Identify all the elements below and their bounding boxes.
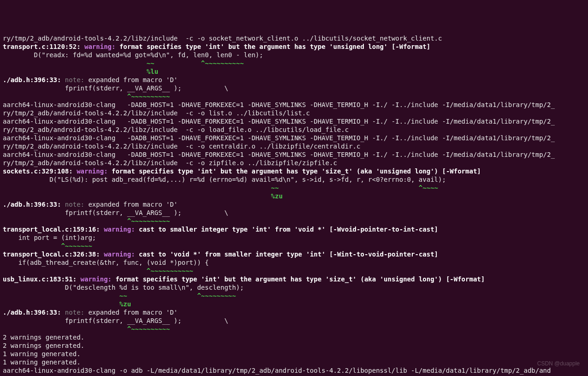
terminal-line: %zu — [3, 192, 585, 200]
terminal-line: ^~~~~~~~~~~ — [3, 217, 585, 225]
terminal-text: aarch64-linux-android30-clang -DADB_HOST… — [3, 101, 555, 108]
terminal-text: warning: — [77, 167, 112, 175]
terminal-line: ry/tmp/2_adb/android-tools-4.2.2/libz/in… — [3, 125, 585, 134]
terminal-text: note: — [65, 76, 89, 84]
terminal-text: ~~ ^~~~~~~~~~ — [3, 292, 236, 299]
terminal-line: transport_local.c:159:16: warning: cast … — [3, 225, 585, 233]
terminal-line: if(adb_thread_create(&thr, func, (void *… — [3, 258, 585, 267]
terminal-text: ^~~~~~~~~~~ — [3, 217, 170, 225]
terminal-text: if(adb_thread_create(&thr, func, (void *… — [3, 259, 209, 266]
terminal-line: aarch64-linux-android30-clang -o adb -L/… — [3, 366, 585, 375]
terminal-line: aarch64-linux-android30-clang -DADB_HOST… — [3, 150, 585, 159]
terminal-line: ry/tmp/2_adb/android-tools-4.2.2/libz/in… — [3, 142, 585, 150]
terminal-text: transport_local.c:326:38: — [3, 251, 104, 258]
terminal-line: 2 warnings generated. — [3, 333, 585, 341]
terminal-line: usb_linux.c:183:51: warning: format spec… — [3, 275, 585, 283]
terminal-line: ^~~~~~~~~~~~ — [3, 267, 585, 275]
terminal-text: expanded from macro 'D' — [88, 76, 178, 84]
terminal-text: format specifies type 'int' but the argu… — [119, 43, 430, 50]
terminal-line: fprintf(stderr, __VA_ARGS__ ); \ — [3, 84, 585, 92]
terminal-text: 1 warning generated. — [3, 350, 81, 358]
terminal-line: sockets.c:329:108: warning: format speci… — [3, 167, 585, 175]
terminal-text: ry/tmp/2_adb/android-tools-4.2.2/libz/in… — [3, 159, 337, 167]
terminal-text: 1 warning generated. — [3, 358, 81, 366]
terminal-line: ~~ ^~~~~~~~~~ — [3, 292, 585, 300]
terminal-text: transport.c:1120:52: — [3, 43, 84, 50]
terminal-text: format specifies type 'int' but the argu… — [112, 167, 481, 175]
terminal-text: cast to 'void *' from smaller integer ty… — [139, 251, 438, 258]
terminal-text: D("LS(%d): post adb_read(fd=%d,...) r=%d… — [3, 176, 446, 183]
terminal-line: ^~~~~~~~ — [3, 242, 585, 250]
terminal-text: warning: — [104, 226, 139, 233]
terminal-line: ^~~~~~~~~~~ — [3, 325, 585, 333]
terminal-line: 1 warning generated. — [3, 350, 585, 358]
terminal-text: aarch64-linux-android30-clang -DADB_HOST… — [3, 118, 555, 125]
terminal-text: fprintf(stderr, __VA_ARGS__ ); \ — [3, 317, 228, 324]
terminal-text: %lu — [3, 68, 158, 75]
terminal-line: aarch64-linux-android30-clang -DADB_HOST… — [3, 134, 585, 142]
terminal-text: note: — [65, 309, 89, 316]
terminal-text: ^~~~~~~~~~~~ — [3, 267, 193, 275]
terminal-text: cast to smaller integer type 'int' from … — [139, 226, 438, 233]
terminal-text: transport_local.c:159:16: — [3, 226, 104, 233]
terminal-text: warning: — [104, 251, 139, 258]
terminal-text: ^~~~~~~~ — [3, 242, 92, 250]
terminal-text: ry/tmp/2_adb/android-tools-4.2.2/libz/in… — [3, 35, 442, 42]
terminal-output[interactable]: ry/tmp/2_adb/android-tools-4.2.2/libz/in… — [0, 33, 588, 376]
terminal-text: fprintf(stderr, __VA_ARGS__ ); \ — [3, 209, 228, 216]
terminal-text: ./adb.h:396:33: — [3, 201, 65, 208]
terminal-line: ^~~~~~~~~~~ — [3, 92, 585, 101]
terminal-line: D("readx: fd=%d wanted=%d got=%d\n", fd,… — [3, 51, 585, 59]
terminal-line: 2 warnings generated. — [3, 341, 585, 350]
terminal-line: aarch64-linux-android30-clang -DADB_HOST… — [3, 101, 585, 109]
terminal-line: fprintf(stderr, __VA_ARGS__ ); \ — [3, 209, 585, 217]
terminal-line: 1 warning generated. — [3, 358, 585, 366]
terminal-line: transport_local.c:326:38: warning: cast … — [3, 250, 585, 258]
terminal-text: fprintf(stderr, __VA_ARGS__ ); \ — [3, 84, 228, 92]
terminal-line: ./adb.h:396:33: note: expanded from macr… — [3, 200, 585, 209]
terminal-text: int port = (int)arg; — [3, 234, 96, 241]
terminal-line: %lu — [3, 67, 585, 76]
terminal-text: 2 warnings generated. — [3, 334, 84, 341]
terminal-text: warning: — [81, 275, 116, 283]
terminal-text: aarch64-linux-android30-clang -DADB_HOST… — [3, 134, 555, 142]
terminal-text: %zu — [3, 192, 283, 200]
terminal-text: ^~~~~~~~~~~ — [3, 93, 170, 100]
terminal-line: ry/tmp/2_adb/android-tools-4.2.2/libz/in… — [3, 109, 585, 117]
terminal-line: aarch64-linux-android30-clang -DADB_HOST… — [3, 117, 585, 125]
terminal-text: note: — [65, 201, 89, 208]
terminal-line: %zu — [3, 300, 585, 308]
terminal-text: aarch64-linux-android30-clang -DADB_HOST… — [3, 151, 555, 158]
terminal-line: transport.c:1120:52: warning: format spe… — [3, 42, 585, 51]
terminal-text: ^~~~~~~~~~~ — [3, 325, 170, 333]
terminal-text: ry/tmp/2_adb/android-tools-4.2.2/libz/in… — [3, 126, 349, 133]
terminal-text: ~~ ^~~~~ — [3, 184, 438, 191]
terminal-text: ry/tmp/2_adb/android-tools-4.2.2/libz/in… — [3, 143, 360, 150]
terminal-line: fprintf(stderr, __VA_ARGS__ ); \ — [3, 316, 585, 325]
terminal-text: usb_linux.c:183:51: — [3, 275, 81, 283]
terminal-text: D("readx: fd=%d wanted=%d got=%d\n", fd,… — [3, 51, 263, 59]
terminal-text: D("desclength %d is too small\n", descle… — [3, 284, 244, 291]
terminal-text: ry/tmp/2_adb/android-tools-4.2.2/libz/in… — [3, 109, 310, 117]
terminal-text: expanded from macro 'D' — [88, 201, 178, 208]
terminal-line: int port = (int)arg; — [3, 233, 585, 242]
terminal-text: ./adb.h:396:33: — [3, 76, 65, 84]
terminal-text: ./adb.h:396:33: — [3, 309, 65, 316]
terminal-line: ry/tmp/2_adb/android-tools-4.2.2/libz/in… — [3, 34, 585, 42]
terminal-text: ~~ ^~~~~~~~~~~ — [3, 60, 244, 67]
terminal-text: sockets.c:329:108: — [3, 167, 77, 175]
terminal-line: ./adb.h:396:33: note: expanded from macr… — [3, 76, 585, 84]
terminal-line: D("desclength %d is too small\n", descle… — [3, 283, 585, 292]
terminal-line: ~~ ^~~~~~~~~~~ — [3, 59, 585, 67]
terminal-text: expanded from macro 'D' — [88, 309, 178, 316]
terminal-text: %zu — [3, 300, 131, 308]
terminal-text: 2 warnings generated. — [3, 342, 84, 349]
terminal-line: ./adb.h:396:33: note: expanded from macr… — [3, 308, 585, 316]
terminal-line: ry/tmp/2_adb/android-tools-4.2.2/libz/in… — [3, 159, 585, 167]
terminal-text: aarch64-linux-android30-clang -o adb -L/… — [3, 367, 551, 374]
terminal-line: D("LS(%d): post adb_read(fd=%d,...) r=%d… — [3, 175, 585, 184]
terminal-text: format specifies type 'int' but the argu… — [115, 275, 485, 283]
terminal-text: warning: — [84, 43, 119, 50]
terminal-line: ~~ ^~~~~ — [3, 184, 585, 192]
